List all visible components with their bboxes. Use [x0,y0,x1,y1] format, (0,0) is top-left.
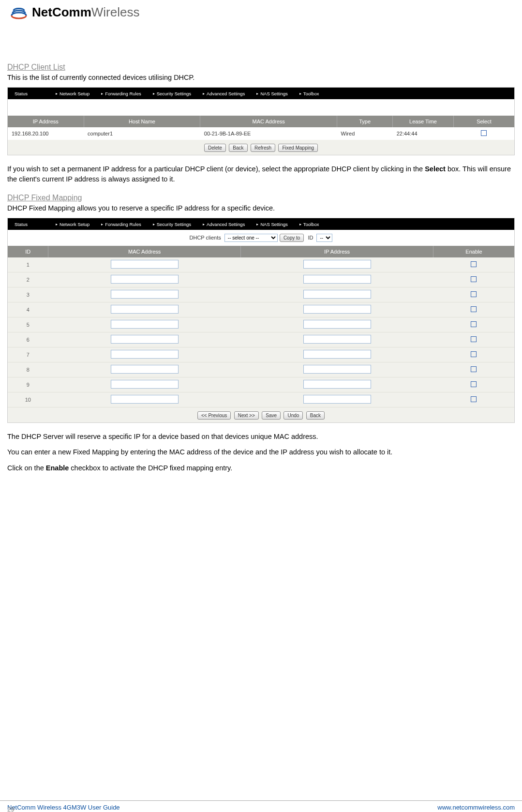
dhcp-clients-label: DHCP clients [190,235,221,241]
nav-bar: Status ▸Network Setup ▸Forwarding Rules … [8,88,514,99]
caret-icon: ▸ [101,91,103,96]
nav-status[interactable]: Status [8,88,51,99]
back-button-2[interactable]: Back [306,411,325,420]
undo-button[interactable]: Undo [283,411,303,420]
cell-id: 2 [8,272,48,287]
cell-id: 9 [8,377,48,392]
dhcp-clients-select[interactable]: -- select one -- [224,234,278,242]
mac-input[interactable] [111,335,179,344]
brand-text: NetCommWireless [32,5,139,20]
caret-icon: ▸ [299,91,301,96]
cell-id: 7 [8,347,48,362]
enable-checkbox[interactable] [471,276,477,282]
cell-mac: 00-21-9B-1A-89-EE [200,127,337,140]
ip-input[interactable] [303,395,371,404]
enable-checkbox[interactable] [471,381,477,387]
fixed-mapping-actions: << Previous Next >> Save Undo Back [8,407,514,422]
id-select[interactable]: -- [316,234,332,242]
ip-input[interactable] [303,350,371,359]
nav-forwarding-rules[interactable]: ▸Forwarding Rules [96,88,148,99]
select-checkbox[interactable] [481,130,487,136]
fixed-mapping-table: ID MAC Address IP Address Enable 1234567… [8,246,514,407]
refresh-button[interactable]: Refresh [251,144,275,152]
desc-fixed-mapping: DHCP Fixed Mapping allows you to reserve… [7,203,515,213]
section-title-dhcp-client-list: DHCP Client List [7,63,515,72]
table-row: 2 [8,272,514,287]
desc-enable-checkbox: Click on the Enable checkbox to activate… [7,463,515,473]
dhcp-client-table: IP Address Host Name MAC Address Type Le… [8,116,514,140]
desc-select-note: If you wish to set a permanent IP addres… [7,164,515,184]
nav-toolbox[interactable]: ▸Toolbox [295,218,326,230]
ip-input[interactable] [303,305,371,314]
caret-icon: ▸ [56,91,58,96]
nav-nas-settings[interactable]: ▸NAS Settings [252,88,295,99]
enable-checkbox[interactable] [471,291,477,297]
mac-input[interactable] [111,365,179,374]
nav-security-settings[interactable]: ▸Security Settings [148,218,198,230]
screenshot-fixed-mapping: Status ▸Network Setup ▸Forwarding Rules … [7,218,515,423]
ip-input[interactable] [303,380,371,389]
ip-input[interactable] [303,260,371,269]
desc-enter-mapping: You can enter a new Fixed Mapping by ent… [7,447,515,457]
mac-input[interactable] [111,305,179,314]
enable-checkbox[interactable] [471,261,477,267]
table-row: 6 [8,332,514,347]
brand-logo-icon [10,3,28,21]
nav-advanced-settings[interactable]: ▸Advanced Settings [198,218,252,230]
nav-nas-settings[interactable]: ▸NAS Settings [252,218,295,230]
enable-checkbox[interactable] [471,366,477,372]
ip-input[interactable] [303,365,371,374]
save-button[interactable]: Save [262,411,281,420]
cell-id: 8 [8,362,48,377]
ip-input[interactable] [303,320,371,329]
mac-input[interactable] [111,380,179,389]
enable-checkbox[interactable] [471,396,477,402]
mac-input[interactable] [111,395,179,404]
copy-row: DHCP clients -- select one -- Copy to ID… [8,230,514,246]
screenshot-client-list: Status ▸Network Setup ▸Forwarding Rules … [7,87,515,155]
cell-id: 5 [8,317,48,332]
caret-icon: ▸ [256,91,258,96]
nav-network-setup[interactable]: ▸Network Setup [51,88,96,99]
brand-light: Wireless [91,5,140,19]
cell-id: 6 [8,332,48,347]
nav-advanced-settings[interactable]: ▸Advanced Settings [198,88,252,99]
th-ip: IP Address [8,116,84,127]
nav-toolbox[interactable]: ▸Toolbox [295,88,326,99]
back-button[interactable]: Back [229,144,247,152]
enable-checkbox[interactable] [471,321,477,327]
mac-input[interactable] [111,275,179,284]
ip-input[interactable] [303,335,371,344]
caret-icon: ▸ [153,222,155,226]
cell-ip: 192.168.20.100 [8,127,84,140]
caret-icon: ▸ [56,222,58,226]
enable-checkbox[interactable] [471,351,477,357]
mac-input[interactable] [111,320,179,329]
table-row: 3 [8,287,514,302]
th-id: ID [8,246,48,257]
ip-input[interactable] [303,275,371,284]
nav-network-setup[interactable]: ▸Network Setup [51,218,96,230]
enable-checkbox[interactable] [471,336,477,342]
copy-to-button[interactable]: Copy to [280,234,304,242]
table-row: 9 [8,377,514,392]
nav-status[interactable]: Status [8,218,51,230]
th-lease: Lease Time [393,116,454,127]
mac-input[interactable] [111,260,179,269]
mac-input[interactable] [111,350,179,359]
cell-host: computer1 [84,127,200,140]
ip-input[interactable] [303,290,371,299]
table-row: 192.168.20.100 computer1 00-21-9B-1A-89-… [8,127,514,140]
table-row: 10 [8,392,514,407]
nav-security-settings[interactable]: ▸Security Settings [148,88,198,99]
next-button[interactable]: Next >> [234,411,259,420]
fixed-mapping-button[interactable]: Fixed Mapping [278,144,318,152]
prev-button[interactable]: << Previous [197,411,231,420]
client-list-actions: Delete Back Refresh Fixed Mapping [8,140,514,155]
mac-input[interactable] [111,290,179,299]
caret-icon: ▸ [101,222,103,226]
delete-button[interactable]: Delete [204,144,226,152]
enable-checkbox[interactable] [471,306,477,312]
nav-forwarding-rules[interactable]: ▸Forwarding Rules [96,218,148,230]
th-mac: MAC Address [200,116,337,127]
